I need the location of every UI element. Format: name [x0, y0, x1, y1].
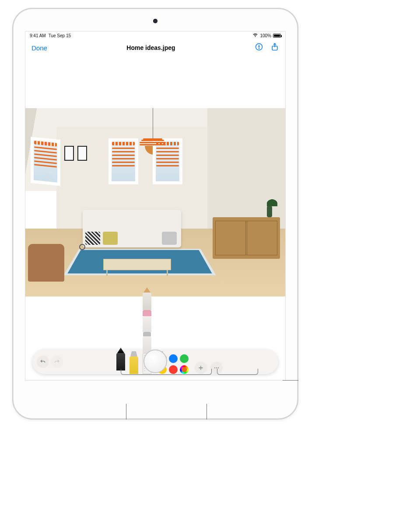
drawing-tools-group: [65, 349, 274, 374]
battery-icon: [273, 34, 281, 38]
svg-point-2: [214, 367, 215, 368]
status-time: 9:41 AM: [30, 33, 46, 38]
wifi-icon: [252, 33, 258, 38]
svg-point-3: [216, 367, 217, 368]
svg-point-4: [218, 367, 219, 368]
screen: 9:41 AM Tue Sep 15 100% Done Home ideas.…: [25, 31, 286, 381]
front-camera: [153, 19, 158, 23]
callout-bracket-colors: [217, 369, 258, 375]
color-green[interactable]: [180, 354, 189, 363]
callout-bracket-tools: [121, 369, 212, 375]
markup-stroke-pendant: [140, 138, 166, 154]
markup-toggle-icon[interactable]: [255, 42, 263, 53]
callout-leader-right: [283, 380, 298, 381]
markup-stroke: [34, 141, 57, 167]
nav-bar: Done Home ideas.jpeg: [25, 39, 285, 56]
edited-photo: [25, 108, 285, 296]
undo-button[interactable]: [37, 356, 49, 368]
status-date: Tue Sep 15: [49, 33, 71, 38]
ipad-device-frame: 9:41 AM Tue Sep 15 100% Done Home ideas.…: [12, 8, 298, 420]
tool-pen[interactable]: [116, 348, 126, 370]
callout-leader-tools: [126, 404, 126, 420]
share-icon[interactable]: [270, 42, 279, 53]
window-left: [31, 137, 60, 186]
home-button[interactable]: [144, 349, 167, 373]
redo-button[interactable]: [51, 356, 63, 368]
tool-eraser[interactable]: [142, 310, 152, 332]
color-blue[interactable]: [169, 354, 178, 363]
done-button[interactable]: Done: [32, 44, 47, 52]
battery-pct: 100%: [260, 33, 271, 38]
callout-leader-colors: [206, 404, 207, 420]
canvas-area[interactable]: [25, 56, 285, 349]
document-title: Home ideas.jpeg: [126, 44, 175, 51]
markup-stroke: [112, 142, 135, 166]
status-bar: 9:41 AM Tue Sep 15 100%: [25, 32, 285, 39]
window-center-left: [108, 138, 138, 184]
tool-lasso[interactable]: [142, 332, 152, 353]
